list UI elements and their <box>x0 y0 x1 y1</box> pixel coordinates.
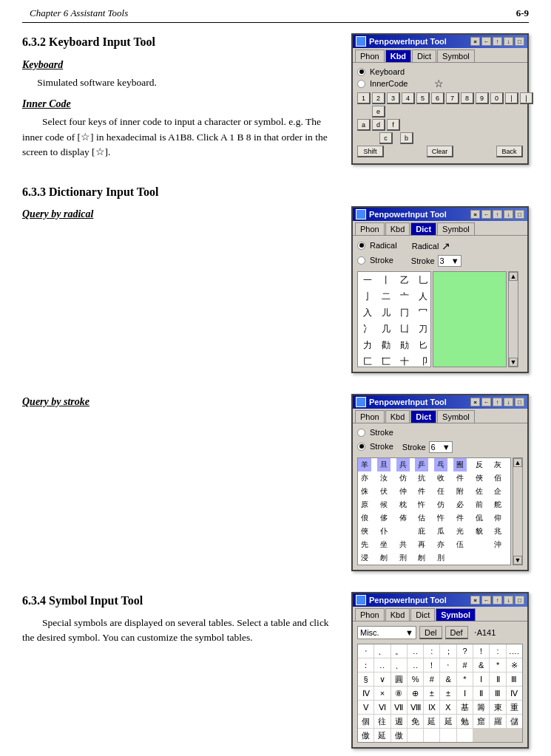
src-12[interactable]: 抗 <box>415 471 428 485</box>
d-down-btn[interactable]: ↓ <box>504 210 513 219</box>
src-22[interactable]: 附 <box>453 485 467 498</box>
sym-c-9[interactable]: : <box>490 644 505 658</box>
symtab-phon[interactable]: Phon <box>355 608 385 621</box>
sym-c-10[interactable]: ‥‥ <box>507 644 522 658</box>
src-38[interactable]: 件 <box>453 511 467 525</box>
stroke-scroll-up[interactable]: ▲ <box>513 458 522 467</box>
sym-c-49[interactable]: 東 <box>490 701 505 714</box>
sym-c-21[interactable]: § <box>358 672 373 686</box>
src-49[interactable]: 先 <box>358 538 371 551</box>
rc-16[interactable]: 刀 <box>413 321 431 337</box>
sym-down-btn[interactable]: ↓ <box>504 596 513 605</box>
rc-17[interactable]: 力 <box>358 337 376 353</box>
rc-10[interactable]: 儿 <box>376 304 395 321</box>
sym-c-48[interactable]: 籌 <box>473 701 489 714</box>
rc-18[interactable]: 勸 <box>376 337 395 353</box>
sym-c-23[interactable]: 圓 <box>391 672 407 686</box>
sym-c-34[interactable]: ⊕ <box>408 687 423 700</box>
sym-c-41[interactable]: Ⅴ <box>358 701 373 714</box>
sym-c-16[interactable]: ‧ <box>440 658 456 672</box>
src-32[interactable]: 舵 <box>491 498 504 511</box>
rc-15[interactable]: 凵 <box>395 321 413 337</box>
rc-8[interactable]: 人 <box>413 288 431 304</box>
src-5[interactable]: 乓 <box>434 458 447 471</box>
sym-c-56[interactable]: 延 <box>440 715 456 728</box>
src-13[interactable]: 收 <box>434 471 447 485</box>
key-a[interactable]: a <box>357 119 371 131</box>
tab-kbd[interactable]: Kbd <box>385 50 411 62</box>
radio-radical[interactable] <box>357 242 365 250</box>
src-28[interactable]: 忤 <box>415 498 428 511</box>
src-16[interactable]: 佰 <box>491 471 504 485</box>
key-d[interactable]: d <box>372 119 385 131</box>
rc-12[interactable]: 冖 <box>413 304 431 321</box>
src-25[interactable]: 原 <box>358 498 371 511</box>
symtab-dict[interactable]: Dict <box>410 608 435 621</box>
sym-c-29[interactable]: Ⅱ <box>490 672 505 686</box>
sym-c-12[interactable]: ‥ <box>374 658 390 672</box>
rc-11[interactable]: 冂 <box>395 304 413 321</box>
src-50[interactable]: 坐 <box>377 538 391 551</box>
rc-9[interactable]: 入 <box>358 304 376 321</box>
s-close-btn[interactable]: × <box>470 398 480 406</box>
stab-symbol[interactable]: Symbol <box>437 410 475 423</box>
sym-c-63[interactable]: 傲 <box>391 729 407 742</box>
rc-2[interactable]: 丨 <box>376 272 395 288</box>
stroke-scroll-down[interactable]: ▼ <box>513 556 522 565</box>
sym-c-22[interactable]: ∨ <box>374 672 390 686</box>
src-56[interactable]: 沖 <box>491 538 504 551</box>
stroke-dropdown-arrow[interactable]: ▼ <box>442 443 450 452</box>
rc-22[interactable]: 匸 <box>376 353 395 367</box>
key-7[interactable]: 7 <box>446 92 459 104</box>
sym-del-btn[interactable]: Del <box>419 626 442 639</box>
sym-c-64[interactable] <box>408 729 423 742</box>
src-10[interactable]: 汝 <box>377 471 391 485</box>
src-58[interactable]: 刎 <box>377 551 391 565</box>
sym-c-1[interactable]: ‧ <box>358 644 373 658</box>
sym-c-32[interactable]: × <box>374 687 390 700</box>
tab-phon[interactable]: Phon <box>355 50 385 62</box>
maximize-btn[interactable]: □ <box>515 37 524 46</box>
key-5[interactable]: 5 <box>416 92 430 104</box>
sym-c-60[interactable]: 儲 <box>507 715 522 728</box>
key-clear[interactable]: Clear <box>427 146 453 157</box>
src-33[interactable]: 俍 <box>358 511 371 525</box>
stab-dict[interactable]: Dict <box>410 410 436 423</box>
src-14[interactable]: 件 <box>453 471 467 485</box>
left-btn[interactable]: ← <box>481 37 491 46</box>
key-3[interactable]: 3 <box>387 92 400 104</box>
rc-6[interactable]: 二 <box>376 288 395 304</box>
sym-c-57[interactable]: 勉 <box>457 715 473 728</box>
src-42[interactable]: 仆 <box>377 525 391 538</box>
sym-c-31[interactable]: Ⅳ <box>358 687 373 700</box>
sym-c-18[interactable]: & <box>473 658 489 672</box>
sym-c-66[interactable] <box>440 729 456 742</box>
src-57[interactable]: 浸 <box>358 551 371 565</box>
key-pipe1[interactable]: | <box>505 92 518 104</box>
dtab-kbd[interactable]: Kbd <box>385 222 410 235</box>
tab-symbol[interactable]: Symbol <box>437 50 475 62</box>
sym-c-40[interactable]: Ⅳ <box>507 687 522 700</box>
dtab-dict[interactable]: Dict <box>410 222 436 235</box>
stroke-scrollbar[interactable]: ▲ ▼ <box>513 457 523 565</box>
rc-7[interactable]: 亠 <box>395 288 413 304</box>
src-20[interactable]: 件 <box>415 485 428 498</box>
sym-c-11[interactable]: ： <box>358 658 373 672</box>
tab-dict[interactable]: Dict <box>412 50 436 62</box>
sym-c-52[interactable]: 往 <box>374 715 390 728</box>
scroll-down-btn[interactable]: ▼ <box>509 358 518 367</box>
src-24[interactable]: 企 <box>491 485 504 498</box>
dtab-phon[interactable]: Phon <box>355 222 385 235</box>
sym-c-46[interactable]: Ⅹ <box>440 701 456 714</box>
src-27[interactable]: 枕 <box>396 498 410 511</box>
src-31[interactable]: 前 <box>473 498 486 511</box>
rc-14[interactable]: 几 <box>376 321 395 337</box>
src-7[interactable]: 反 <box>473 458 486 471</box>
key-e[interactable]: e <box>372 106 385 118</box>
key-back[interactable]: Back <box>496 146 523 157</box>
radio-innercode[interactable] <box>357 80 365 88</box>
dtab-symbol[interactable]: Symbol <box>437 222 475 235</box>
sym-c-14[interactable]: ‥ <box>408 658 423 672</box>
stroke-radio-stroke[interactable] <box>357 443 365 451</box>
rc-19[interactable]: 勛 <box>395 337 413 353</box>
